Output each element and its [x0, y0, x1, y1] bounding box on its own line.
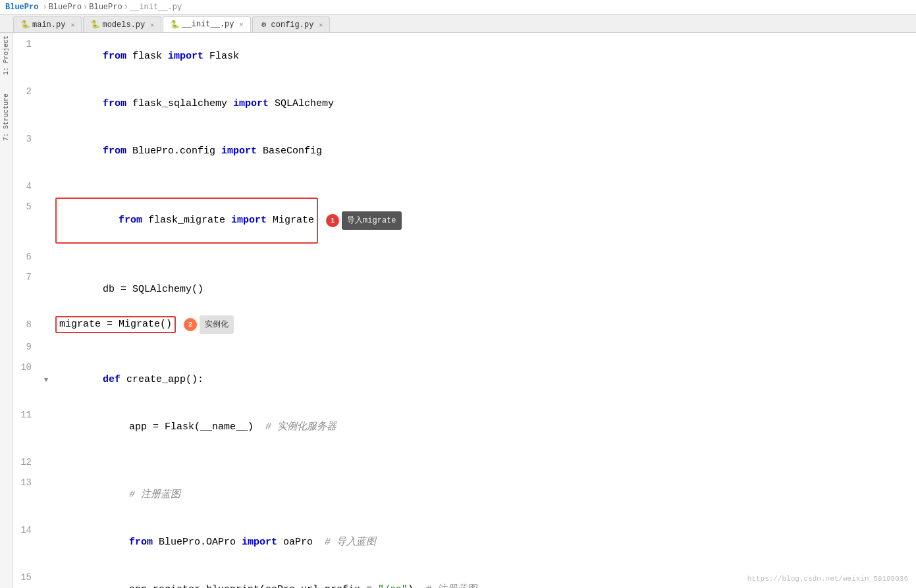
line-row: 3 from BluePro.config import BaseConfig [13, 128, 916, 175]
tab-config-py[interactable]: ⚙️ config.py ✕ [252, 16, 331, 32]
tab-label: config.py [271, 20, 314, 30]
line-row: 5 from flask_migrate import Migrate 1 导入… [13, 196, 916, 246]
line-number: 1 [13, 33, 40, 53]
line-number: 9 [13, 336, 40, 356]
tooltip-1: 导入migrate [342, 211, 401, 230]
line-row: 13 # 注册蓝图 [13, 471, 916, 519]
python-file-icon: 🐍 [90, 20, 99, 30]
tab-label: main.py [32, 20, 65, 30]
main-layout: 1: Project 7: Structure 1 from flask imp… [0, 33, 916, 588]
line-number: 13 [13, 471, 40, 492]
watermark: https://blog.csdn.net/weixin_50199036 [747, 575, 908, 583]
line-content [53, 452, 916, 471]
line-content: app = Flask(__name__) # 实例化服务器 [53, 404, 916, 451]
app-logo: BluePro [5, 3, 38, 12]
annotation-2: 2 实例化 [184, 315, 234, 334]
line-row: 14 from BluePro.OAPro import oaPro # 导入蓝… [13, 519, 916, 566]
line-content [53, 247, 916, 265]
line-number: 3 [13, 128, 40, 148]
line-content: from BluePro.OAPro import oaPro # 导入蓝图 [53, 519, 916, 566]
line-row: 1 from flask import Flask [13, 33, 916, 80]
line-row: 6 [13, 246, 916, 266]
line-number: 6 [13, 246, 40, 266]
line-row: 9 [13, 336, 916, 356]
tab-close-icon[interactable]: ✕ [240, 20, 244, 28]
breadcrumb-item-1[interactable]: BluePro [49, 3, 82, 12]
line-row: 12 [13, 451, 916, 471]
line-content: db = SQLAlchemy() [53, 266, 916, 313]
line-content: migrate = Migrate() 2 实例化 [53, 313, 916, 336]
tab-close-icon[interactable]: ✕ [150, 21, 154, 29]
badge-2: 2 [184, 318, 197, 331]
line-content [53, 337, 916, 356]
line-number: 2 [13, 80, 40, 101]
line-row: 8 migrate = Migrate() 2 实例化 [13, 313, 916, 336]
line-number: 11 [13, 404, 40, 424]
line-content: from flask_sqlalchemy import SQLAlchemy [53, 80, 916, 128]
breadcrumb-item-2[interactable]: BluePro [89, 3, 122, 12]
line-content: from BluePro.config import BaseConfig [53, 128, 916, 175]
breadcrumb-item-3: __init__.py [130, 3, 182, 12]
tab-main-py[interactable]: 🐍 main.py ✕ [13, 16, 82, 32]
config-file-icon: ⚙️ [259, 20, 269, 30]
line-row: 10 ▼ def create_app(): [13, 356, 916, 404]
line-number: 5 [13, 196, 40, 216]
line-content: from flask import Flask [53, 33, 916, 80]
python-file-icon: 🐍 [170, 20, 179, 29]
code-area: 1 from flask import Flask 2 from flask_s… [13, 33, 916, 588]
line-number: 15 [13, 566, 40, 587]
line-content: def create_app(): [53, 356, 916, 404]
tab-bar: 🐍 main.py ✕ 🐍 models.py ✕ 🐍 __init__.py … [0, 14, 916, 33]
badge-1: 1 [326, 214, 339, 227]
sidebar-label-project[interactable]: 1: Project [3, 36, 10, 75]
tooltip-2: 实例化 [200, 315, 234, 334]
line-row: 2 from flask_sqlalchemy import SQLAlchem… [13, 80, 916, 128]
line-number: 14 [13, 519, 40, 539]
tab-close-icon[interactable]: ✕ [319, 21, 323, 29]
tab-init-py[interactable]: 🐍 __init__.py ✕ [163, 16, 250, 32]
line-content [53, 176, 916, 195]
line-number: 12 [13, 451, 40, 471]
line-number: 10 [13, 356, 40, 377]
python-file-icon: 🐍 [20, 20, 30, 30]
sidebar-label-structure[interactable]: 7: Structure [3, 94, 10, 141]
line-row: 4 [13, 175, 916, 196]
line-row: 11 app = Flask(__name__) # 实例化服务器 [13, 404, 916, 451]
left-sidebar: 1: Project 7: Structure [0, 33, 13, 588]
title-bar: BluePro › BluePro › BluePro › __init__.p… [0, 0, 916, 14]
annotation-1: 1 导入migrate [326, 211, 401, 230]
tab-close-icon[interactable]: ✕ [70, 21, 74, 29]
line-number: 4 [13, 175, 40, 196]
breadcrumb: BluePro › BluePro › __init__.py [49, 3, 182, 12]
line-content: # 注册蓝图 [53, 471, 916, 519]
tab-label: __init__.py [182, 20, 234, 29]
fold-icon[interactable]: ▼ [44, 376, 49, 384]
line-row: 7 db = SQLAlchemy() [13, 266, 916, 313]
tab-label: models.py [102, 20, 145, 30]
tab-models-py[interactable]: 🐍 models.py ✕ [83, 16, 161, 32]
line-number: 7 [13, 266, 40, 286]
line-number: 8 [13, 313, 40, 334]
line-gutter: ▼ [40, 376, 53, 384]
line-content: from flask_migrate import Migrate 1 导入mi… [53, 196, 916, 246]
